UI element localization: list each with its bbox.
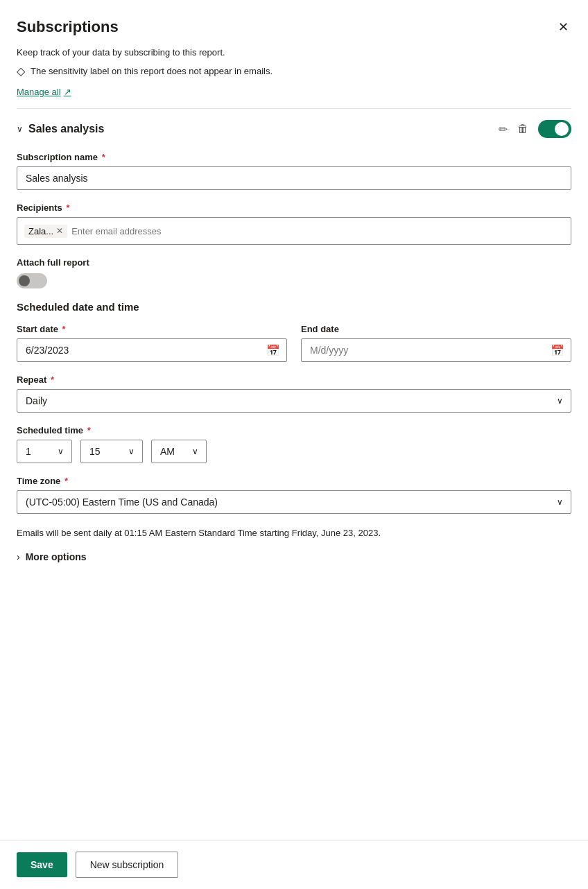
manage-all-label: Manage all (17, 87, 61, 97)
panel-header: Subscriptions ✕ (17, 17, 571, 37)
minute-select-wrapper: 00153045 ∨ (80, 440, 143, 463)
end-date-wrapper: 📅 (301, 338, 571, 362)
collapse-chevron-icon[interactable]: ∨ (17, 124, 23, 134)
timezone-label: Time zone * (17, 476, 571, 486)
tag-icon: ◇ (17, 64, 25, 78)
panel-title: Subscriptions (17, 18, 119, 36)
ampm-select-wrapper: AMPM ∨ (151, 440, 207, 463)
end-date-group: End date 📅 (301, 324, 571, 362)
edit-icon[interactable]: ✏ (499, 123, 508, 136)
subscription-section-name: Sales analysis (28, 123, 104, 135)
start-date-label: Start date * (17, 324, 287, 334)
start-date-calendar-icon[interactable]: 📅 (266, 344, 280, 357)
date-row: Start date * 📅 End date 📅 (17, 324, 571, 362)
partial-save-area (17, 573, 571, 601)
hour-select[interactable]: 1234 5678 9101112 (17, 440, 72, 463)
bottom-bar: Save New subscription (0, 840, 588, 889)
save-button[interactable]: Save (17, 852, 67, 877)
delete-icon[interactable]: 🗑 (517, 123, 528, 135)
panel-subtitle: Keep track of your data by subscribing t… (17, 47, 571, 58)
subscriptions-panel: Subscriptions ✕ Keep track of your data … (0, 0, 588, 889)
section-divider (17, 108, 571, 109)
manage-all-link[interactable]: Manage all ↗ (17, 87, 71, 97)
schedule-section-title: Scheduled date and time (17, 301, 571, 313)
repeat-select-wrapper: Daily Weekly Monthly ∨ (17, 389, 571, 413)
hour-select-wrapper: 1234 5678 9101112 ∨ (17, 440, 72, 463)
subscription-name-label: Subscription name * (17, 152, 571, 162)
schedule-section: Scheduled date and time Start date * 📅 (17, 301, 571, 601)
timezone-select-wrapper: (UTC-05:00) Eastern Time (US and Canada)… (17, 490, 571, 514)
required-star-recipients: * (66, 202, 69, 213)
required-star-repeat: * (51, 374, 54, 385)
subscription-toggle[interactable] (538, 120, 571, 138)
timezone-select[interactable]: (UTC-05:00) Eastern Time (US and Canada) (17, 490, 571, 514)
timezone-group: Time zone * (UTC-05:00) Eastern Time (US… (17, 476, 571, 514)
recipient-tag-label: Zala... (28, 226, 53, 236)
minute-select[interactable]: 00153045 (80, 440, 143, 463)
attach-report-toggle[interactable] (17, 273, 47, 288)
attach-report-slider (17, 273, 47, 288)
close-button[interactable]: ✕ (555, 17, 571, 37)
repeat-label: Repeat * (17, 374, 571, 385)
external-link-icon: ↗ (64, 87, 71, 97)
email-schedule-info: Emails will be sent daily at 01:15 AM Ea… (17, 526, 571, 540)
ampm-select[interactable]: AMPM (151, 440, 207, 463)
more-options-label: More options (26, 551, 87, 562)
more-options-row[interactable]: › More options (17, 551, 571, 562)
section-actions: ✏ 🗑 (499, 120, 571, 138)
sensitivity-note-row: ◇ The sensitivity label on this report d… (17, 64, 571, 78)
subscription-name-input[interactable] (17, 166, 571, 190)
subscription-section-header: ∨ Sales analysis ✏ 🗑 (17, 120, 571, 138)
more-options-chevron-icon: › (17, 551, 20, 562)
repeat-select[interactable]: Daily Weekly Monthly (17, 389, 571, 413)
attach-report-label: Attach full report (17, 257, 571, 268)
attach-report-group: Attach full report (17, 257, 571, 288)
section-title-row: ∨ Sales analysis (17, 123, 104, 135)
remove-recipient-button[interactable]: ✕ (56, 226, 63, 236)
scheduled-time-label: Scheduled time * (17, 425, 571, 435)
recipients-field[interactable]: Zala... ✕ (17, 217, 571, 245)
recipient-tag: Zala... ✕ (24, 225, 67, 238)
end-date-input[interactable] (301, 338, 571, 362)
scheduled-time-group: Scheduled time * 1234 5678 9101112 ∨ (17, 425, 571, 463)
subscription-section: ∨ Sales analysis ✏ 🗑 Subscription name * (17, 120, 571, 601)
new-subscription-button[interactable]: New subscription (76, 852, 179, 878)
recipient-email-input[interactable] (71, 226, 564, 236)
end-date-label: End date (301, 324, 571, 334)
time-row: 1234 5678 9101112 ∨ 00153045 ∨ (17, 440, 571, 463)
required-star-time: * (87, 425, 91, 435)
sensitivity-note: The sensitivity label on this report doe… (31, 66, 273, 76)
required-star: * (102, 152, 105, 162)
start-date-group: Start date * 📅 (17, 324, 287, 362)
required-star-timezone: * (64, 476, 68, 486)
subscription-name-group: Subscription name * (17, 152, 571, 190)
start-date-input[interactable] (17, 338, 287, 362)
recipients-group: Recipients * Zala... ✕ (17, 202, 571, 245)
end-date-calendar-icon[interactable]: 📅 (551, 344, 564, 357)
start-date-wrapper: 📅 (17, 338, 287, 362)
required-star-start: * (62, 324, 66, 334)
toggle-slider (538, 120, 571, 138)
recipients-label: Recipients * (17, 202, 571, 213)
repeat-group: Repeat * Daily Weekly Monthly ∨ (17, 374, 571, 413)
